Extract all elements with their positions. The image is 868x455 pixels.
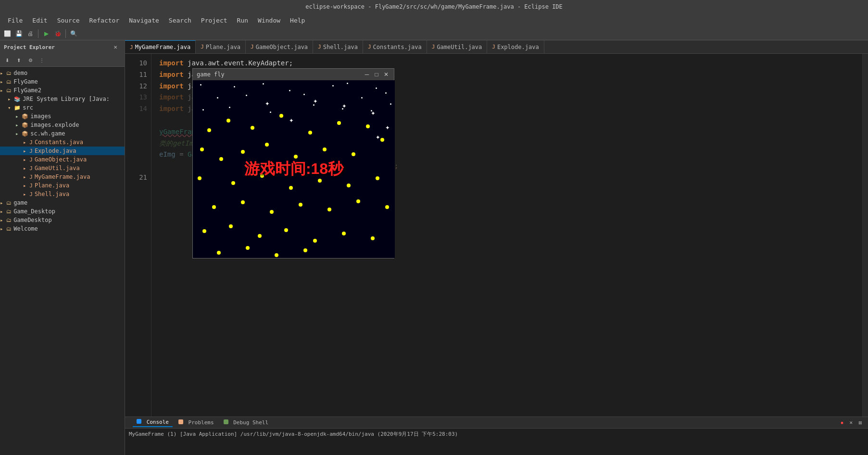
tree-item-mygameframe[interactable]: ▸ JMyGameFrame.java	[0, 172, 125, 181]
sidebar-close-btn[interactable]: ✕	[110, 42, 121, 52]
print-btn[interactable]: 🖨	[25, 28, 36, 39]
tree-item-images[interactable]: ▸ 📦images	[0, 112, 125, 121]
tab-console[interactable]: Console	[133, 418, 173, 427]
sidebar-toolbar-btn2[interactable]: ⬆	[13, 55, 24, 65]
new-btn[interactable]: ⬜	[2, 28, 13, 39]
bottom-content: MyGameFrame (1) [Java Application] /usr/…	[125, 429, 868, 440]
tree-item-flygame[interactable]: ▸ 🗂FlyGame	[0, 77, 125, 86]
tree-label: Plane.java	[35, 182, 69, 189]
menu-search[interactable]: Search	[165, 16, 195, 25]
game-timer: 游戏时间:18秒	[244, 159, 343, 180]
tree-item-sc.wh.game[interactable]: ▸ 📦sc.wh.game	[0, 129, 125, 138]
java-icon: ▸ J	[23, 174, 33, 180]
sidebar-toolbar: ⬇ ⬆ ⚙ ⋮	[0, 54, 125, 67]
sidebar-toolbar-btn1[interactable]: ⬇	[2, 55, 13, 65]
star-5	[376, 87, 377, 89]
tab-gameutil[interactable]: J GameUtil.java	[427, 40, 488, 54]
yellow-dot-15	[198, 176, 201, 180]
tab-gameobject-label: GameObject.java	[256, 44, 308, 50]
menu-source[interactable]: Source	[53, 16, 84, 25]
star-6	[217, 97, 218, 98]
tab-gameobject[interactable]: J GameObject.java	[246, 40, 313, 54]
menu-edit[interactable]: Edit	[28, 16, 51, 25]
game-close-btn[interactable]: ✕	[382, 71, 390, 78]
search-btn[interactable]: 🔍	[68, 28, 79, 39]
game-minimize-btn[interactable]: ─	[363, 71, 371, 78]
tree-item-flygame2[interactable]: ▸ 🗂FlyGame2	[0, 86, 125, 95]
scroll-lock-btn[interactable]: ⊠	[856, 419, 864, 427]
yellow-dot-5	[337, 121, 341, 125]
menu-refactor[interactable]: Refactor	[86, 16, 124, 25]
java-icon: ▸ J	[23, 191, 33, 197]
tree-item-gamedesktop[interactable]: ▸ 🗂GameDesktop	[0, 216, 125, 224]
tree-item-jre[interactable]: ▸ 📚JRE System Library [Java:	[0, 95, 125, 103]
menu-run[interactable]: Run	[233, 16, 252, 25]
game-canvas: ✦✦✦✦✦✦✦游戏时间:18秒	[193, 80, 395, 258]
clear-btn[interactable]: ✕	[847, 419, 855, 427]
tab-plane[interactable]: J Plane.java	[196, 40, 246, 54]
yellow-dot-13	[352, 152, 355, 156]
yellow-dot-11	[294, 155, 298, 159]
tab-problems[interactable]: Problems	[175, 418, 218, 427]
menu-navigate[interactable]: Navigate	[125, 16, 163, 25]
tab-debug-label: Debug Shell	[233, 419, 268, 426]
menu-file[interactable]: File	[4, 16, 26, 25]
bright-star-6: ✦	[313, 97, 318, 105]
tree-item-shell[interactable]: ▸ JShell.java	[0, 190, 125, 198]
yellow-dot-10	[265, 143, 269, 147]
yellow-dot-35	[371, 236, 375, 240]
debug-btn[interactable]: 🐞	[52, 28, 63, 39]
yellow-dot-18	[289, 186, 293, 190]
menu-help[interactable]: Help	[286, 16, 309, 25]
code-editor: 10 11 12 13 14 21 import java.awt.event.…	[125, 54, 868, 417]
tab-explode[interactable]: J Explode.java	[487, 40, 544, 54]
sidebar-toolbar-btn4[interactable]: ⋮	[37, 55, 47, 65]
project-icon: ▸ 🗂	[0, 79, 12, 85]
star-3	[289, 90, 290, 91]
menu-project[interactable]: Project	[197, 16, 231, 25]
tree-label: Explode.java	[35, 148, 76, 154]
tree-label: GameUtil.java	[35, 165, 80, 172]
tree-item-welcome[interactable]: ▸ 🗂Welcome	[0, 224, 125, 233]
project-icon: ▸ 🗂	[0, 209, 12, 215]
star-1	[234, 86, 235, 87]
tree-item-gameobject[interactable]: ▸ JGameObject.java	[0, 155, 125, 164]
tree-item-explode[interactable]: ▸ JExplode.java	[0, 147, 125, 155]
game-window[interactable]: game fly ─ □ ✕ ✦✦✦✦✦✦✦游戏时间:18秒	[192, 68, 394, 258]
tab-mygameframe[interactable]: J MyGameFrame.java	[125, 40, 196, 54]
game-maximize-btn[interactable]: □	[373, 71, 380, 78]
tab-shell[interactable]: J Shell.java	[313, 40, 363, 54]
tab-plane-label: Plane.java	[206, 44, 240, 50]
project-icon: ▸ 🗂	[0, 70, 12, 76]
tab-gameobject-icon: J	[251, 44, 254, 50]
yellow-dot-23	[241, 200, 245, 204]
save-btn[interactable]: 💾	[13, 28, 24, 39]
tree-item-src[interactable]: ▾ 📁src	[0, 103, 125, 112]
tab-constants[interactable]: J Constants.java	[363, 40, 427, 54]
menu-window[interactable]: Window	[254, 16, 284, 25]
title-bar: eclipse-workspace - FlyGame2/src/sc/wh/g…	[0, 0, 868, 13]
line-num-12: 12	[129, 81, 147, 92]
tree-item-images.explode[interactable]: ▸ 📦images.explode	[0, 121, 125, 129]
tree-item-plane[interactable]: ▸ JPlane.java	[0, 181, 125, 190]
tab-gameutil-label: GameUtil.java	[437, 44, 482, 50]
star-0	[200, 84, 201, 86]
tree-item-game_desktop[interactable]: ▸ 🗂Game_Desktop	[0, 207, 125, 216]
sidebar-toolbar-btn3[interactable]: ⚙	[25, 55, 36, 65]
tab-explode-icon: J	[492, 44, 495, 50]
yellow-dot-9	[241, 150, 245, 154]
yellow-dot-32	[284, 228, 288, 232]
editor-scrollbar[interactable]	[862, 54, 868, 417]
tree-item-gameutil[interactable]: ▸ JGameUtil.java	[0, 164, 125, 172]
folder-icon: ▾ 📁	[8, 105, 21, 111]
tree-label: images	[30, 113, 51, 120]
line-num-10: 10	[129, 58, 147, 69]
stop-btn[interactable]: ■	[838, 419, 846, 427]
yellow-dot-1	[226, 119, 230, 123]
tree-item-constants[interactable]: ▸ JConstants.java	[0, 138, 125, 147]
tree-item-game[interactable]: ▸ 🗂game	[0, 198, 125, 207]
tree-item-demo[interactable]: ▸ 🗂demo	[0, 69, 125, 77]
run-btn[interactable]: ▶	[41, 28, 51, 39]
sidebar-tree[interactable]: ▸ 🗂demo▸ 🗂FlyGame▸ 🗂FlyGame2▸ 📚JRE Syste…	[0, 67, 125, 455]
tab-debug-shell[interactable]: Debug Shell	[220, 418, 272, 427]
